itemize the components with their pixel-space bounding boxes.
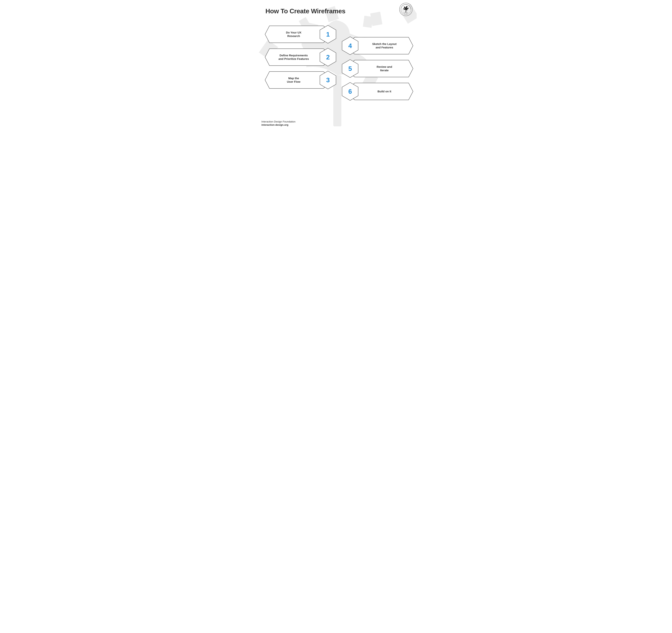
step-2-label: Define Requirements and Prioritize Featu… [270, 48, 317, 66]
step-6: 6 Build on It [349, 83, 413, 100]
step-5-label: Review and Iterate [361, 60, 408, 77]
footer-org: Interaction Design Foundation [261, 120, 295, 123]
step-6-hex: 6 [341, 82, 359, 101]
step-2-hex: 2 [319, 48, 337, 67]
step-3-hex: 3 [319, 71, 337, 89]
svg-rect-15 [406, 10, 406, 13]
step-1-hex: 1 [319, 25, 337, 44]
steps-container: Do Your UX Research 1 Define Requirement… [265, 26, 413, 116]
step-4-hex: 4 [341, 36, 359, 55]
step-5-number: 5 [349, 65, 352, 72]
step-6-number: 6 [349, 88, 352, 95]
step-3: Map the User Flow 3 [265, 71, 329, 89]
step-5: 5 Review and Iterate [349, 60, 413, 77]
footer: Interaction Design Foundation interactio… [261, 120, 295, 126]
step-1-number: 1 [326, 31, 330, 38]
svg-rect-4 [370, 12, 382, 26]
step-6-label: Build on It [361, 83, 408, 100]
idf-logo: INTERACTION DESIGN FOUNDATION Est. 2002 [399, 3, 413, 16]
page-title: How To Create Wireframes [265, 7, 345, 15]
step-5-hex: 5 [341, 59, 359, 78]
step-4-number: 4 [349, 42, 352, 49]
step-4: 4 Sketch the Layout and Features [349, 37, 413, 54]
step-2-number: 2 [326, 53, 330, 61]
step-3-number: 3 [326, 76, 330, 84]
step-2: Define Requirements and Prioritize Featu… [265, 48, 329, 66]
step-1-label: Do Your UX Research [270, 26, 317, 43]
step-3-label: Map the User Flow [270, 71, 317, 89]
step-1: Do Your UX Research 1 [265, 26, 329, 43]
svg-text:Est. 2002: Est. 2002 [404, 13, 408, 14]
footer-url: interaction-design.org [261, 123, 295, 126]
step-4-label: Sketch the Layout and Features [361, 37, 408, 54]
